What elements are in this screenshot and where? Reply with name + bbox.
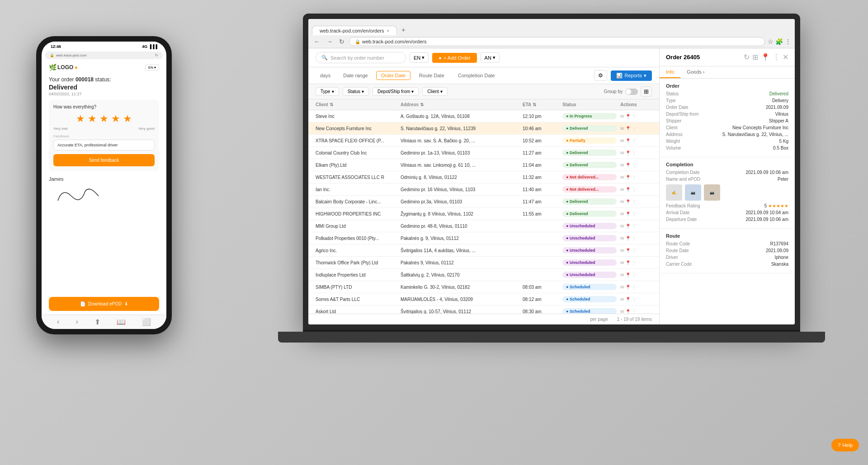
browser-ext-btn[interactable]: 🧩 [775,38,783,45]
url-lock-icon: 🔒 [355,39,360,44]
detail-header: Order 26405 ↻ ⊞ 📍 ⋮ ✕ [660,48,795,66]
table-row[interactable]: MMI Group Ltd Gedimino pr. 48-8, Vilnius… [308,220,659,232]
search-box[interactable]: 🔍 Search by order number [316,52,406,63]
phone-lang-btn[interactable]: EN ▾ [145,65,159,70]
star-2[interactable]: ★ [88,113,97,125]
phone-lock-icon: 🔒 [50,53,54,57]
order-status-row: Status Delivered [666,91,788,96]
status-badge: ● Unscheduled [562,247,617,254]
route-code-value: R137694 [716,241,788,246]
name-epod-row: Name and ePOD Peter [666,177,788,182]
reports-btn[interactable]: 📊 Reports ▾ [611,70,652,81]
phone-share-btn[interactable]: ⬆ [94,318,100,326]
table-row[interactable]: XTRA SPACE FLEXI OFFICE (P... Vilniaus m… [308,135,659,147]
browser-forward-btn[interactable]: → [325,37,335,46]
order-section: Order Status Delivered Type Delivery Ord… [660,79,795,157]
star-3[interactable]: ★ [99,113,108,125]
client-row: Client New Concepts Furniture Inc [666,125,788,130]
phone-back-btn[interactable]: ‹ [57,318,59,326]
table-row[interactable]: Colonial Country Club Inc Gedimino pr. 1… [308,147,659,159]
status-filter-btn[interactable]: Status ▾ [343,87,369,96]
order-status-value: Delivered [716,91,788,96]
orders-area: 🔍 Search by order number EN ▾ ● + Add Or… [308,48,659,324]
browser-menu-btn[interactable]: ⋮ [785,38,791,45]
browser-refresh-btn[interactable]: ↻ [337,37,346,46]
client-value: New Concepts Furniture Inc [716,125,788,130]
status-badge: ● Delivered [562,162,617,168]
tab-goods[interactable]: Goods › [680,66,711,78]
status-badge: ● Scheduled [562,308,617,314]
table-row[interactable]: New Concepts Furniture Inc S. Narutaviči… [308,122,659,135]
browser-new-tab-btn[interactable]: + [398,24,409,35]
table-row[interactable]: Sorres A&T Parts LLC MARIJAMLOLĖS - 4, V… [308,293,659,305]
table-row[interactable]: Indluplace Properties Ltd Šaltkalvių g. … [308,269,659,281]
user-menu-btn[interactable]: AN ▾ [481,52,500,63]
completion-date-value: 2021.09.09 10:06 am [716,170,788,175]
depot-filter-btn[interactable]: Depot/Ship from ▾ [373,87,419,96]
detail-grid-icon[interactable]: ⊞ [752,53,758,61]
phone-url: web.track-pod.com [56,53,87,57]
add-order-button[interactable]: ● + Add Order [432,53,476,63]
browser-tab-active[interactable]: web.track-pod.com/en/orders × [312,26,397,35]
table-row[interactable]: HIGHWOOD PROPERTIES INC Žygimantų g. 8 V… [308,208,659,220]
driver-value: Iphone [716,255,788,260]
laptop-base [278,332,825,343]
browser-back-btn[interactable]: ← [312,37,322,46]
phone-forward-btn[interactable]: › [75,318,78,326]
send-feedback-button[interactable]: Send feedback [53,154,155,166]
laptop-body: web.track-pod.com/en/orders × + ← → ↻ 🔒 … [303,14,800,330]
detail-more-icon[interactable]: ⋮ [773,53,780,61]
days-filter-btn[interactable]: days [316,71,335,80]
photo-1: 📷 [685,184,701,201]
browser-tabs: web.track-pod.com/en/orders × + [308,19,795,35]
phone-bookmark-btn[interactable]: 📖 [117,318,126,326]
detail-close-icon[interactable]: ✕ [783,53,788,61]
detail-refresh-icon[interactable]: ↻ [744,53,750,61]
table-row[interactable]: Polkadot Properties 0010 (Pty... Pakalnė… [308,232,659,244]
browser-star-btn[interactable]: ☆ [768,38,774,45]
route-date-value: 2021.09.09 [716,248,788,253]
star-4[interactable]: ★ [111,113,120,125]
star-5[interactable]: ★ [123,113,132,125]
feedback-input[interactable]: Accurate ETA, professional driver [53,140,155,150]
order-date-tab[interactable]: Order Date [376,71,410,80]
phone-status-bar: 12:46 4G ▐▐▐ [42,42,166,50]
browser-tab-close[interactable]: × [387,28,389,33]
table-row[interactable]: Ian Inc. Gedimino pr. 16 Vilnius, Vilniu… [308,183,659,196]
name-epod-value: Peter [716,177,788,182]
feedback-rating-row: Feedback Rating 5 ★★★★★ [666,203,788,208]
type-filter-btn[interactable]: Type ▾ [316,87,339,96]
table-row[interactable]: Steve Inc A. Goštauto g. 12A, Vilnius, 0… [308,110,659,122]
phone-tabs-btn[interactable]: ⬜ [142,318,151,326]
status-badge: ● Unscheduled [562,272,617,278]
date-range-btn[interactable]: Date range [339,71,372,80]
table-row[interactable]: Balcairn Body Corporate - Linc... Gedimi… [308,196,659,208]
client-filter-btn[interactable]: Client ▾ [422,87,448,96]
laptop-device: web.track-pod.com/en/orders × + ← → ↻ 🔒 … [303,14,800,357]
group-by-toggle[interactable] [625,89,638,95]
browser-url-bar[interactable]: 🔒 web.track-pod.com/en/orders [349,37,765,46]
table-row[interactable]: Askort Ltd Švitrigailos g. 10-57, Vilniu… [308,305,659,314]
table-row[interactable]: Agrico Inc. Švitrigailos 11A, 4 aukštas,… [308,244,659,257]
pagination-info: 1 - 19 of 19 items [617,317,652,322]
phone-logo-area: 🌿 LOGO ★ EN ▾ [49,64,159,71]
status-badge: ● Not delivered... [562,186,617,193]
tab-info[interactable]: Info [660,66,680,78]
settings-btn[interactable]: ⚙ [594,70,607,81]
lang-selector[interactable]: EN ▾ [410,52,429,63]
col-header-client: Client ⇅ [316,102,397,107]
table-row[interactable]: WESTGATE ASSOCIATES LLC R Odminių g. 8, … [308,171,659,183]
star-1[interactable]: ★ [76,113,85,125]
completion-date-tab[interactable]: Completion Date [453,71,500,80]
table-row[interactable]: Thornwick Office Park (Pty) Ltd Pakalnės… [308,257,659,269]
download-epod-button[interactable]: 📄 Download ePOD ⬇ [49,297,159,311]
detail-location-icon[interactable]: 📍 [761,53,770,61]
shipper-value: Shipper A [716,118,788,123]
depot-row: Depot/Ship from Vilnius [666,112,788,117]
table-row[interactable]: SIMBA (PTY) LTD Kaminkelio G. 30-2, Viln… [308,281,659,293]
status-badge: ● Partially [562,137,617,144]
route-date-tab[interactable]: Route Date [414,71,449,80]
table-row[interactable]: Elkam (Pty).Ltd Vilniaus m. sav. Linksmo… [308,159,659,171]
phone-browser-bar: 🔒 web.track-pod.com ↻ [45,52,163,59]
grid-view-btn[interactable]: ⊞ [641,86,652,97]
